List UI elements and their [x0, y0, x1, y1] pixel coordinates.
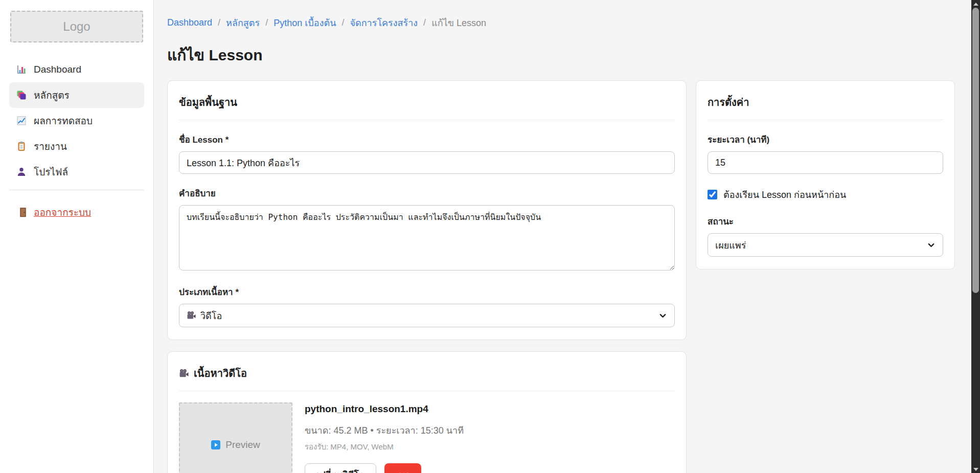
video-file-name: python_intro_lesson1.mp4: [305, 403, 464, 415]
duration-field: ระยะเวลา (นาที): [708, 132, 943, 174]
person-icon: [16, 167, 27, 177]
breadcrumb-current: แก้ไข Lesson: [431, 15, 486, 30]
scrollbar-thumb[interactable]: [972, 8, 979, 293]
door-icon: [18, 207, 28, 217]
page-title: แก้ไข Lesson: [167, 43, 955, 67]
sidebar-item-test-results[interactable]: ผลการทดสอบ: [9, 108, 144, 133]
logout-link[interactable]: ออกจากระบบ: [18, 205, 91, 220]
breadcrumb-separator: /: [341, 17, 344, 28]
video-supported-formats: รองรับ: MP4, MOV, WebM: [305, 441, 464, 453]
settings-card: การตั้งค่า ระยะเวลา (นาที) ต้องเรียน Les…: [696, 80, 955, 269]
prerequisite-label: ต้องเรียน Lesson ก่อนหน้าก่อน: [723, 187, 846, 202]
video-preview[interactable]: Preview: [179, 402, 292, 473]
prerequisite-checkbox[interactable]: [708, 190, 717, 199]
breadcrumb-link-courses[interactable]: หลักสูตร: [226, 15, 260, 30]
sidebar-item-label: Dashboard: [34, 64, 81, 75]
bar-chart-icon: [16, 64, 27, 75]
description-field: คำอธิบาย บทเรียนนี้จะอธิบายว่า Python คื…: [179, 186, 675, 273]
breadcrumb-link-course-python[interactable]: Python เบื้องต้น: [274, 15, 336, 30]
logo-placeholder: Logo: [10, 11, 143, 42]
scrollbar-up-arrow[interactable]: [971, 0, 980, 8]
prerequisite-row: ต้องเรียน Lesson ก่อนหน้าก่อน: [708, 187, 943, 202]
sidebar-item-label: โปรไฟล์: [34, 164, 68, 179]
logo-text: Logo: [63, 19, 90, 34]
page-scrollbar[interactable]: [971, 0, 980, 473]
sidebar-item-courses[interactable]: หลักสูตร: [9, 82, 144, 108]
video-content-card: เนื้อหาวิดีโอ Preview python_intro_lesso…: [167, 351, 687, 473]
status-value: เผยแพร่: [715, 238, 746, 253]
form-grid: ข้อมูลพื้นฐาน ชื่อ Lesson * คำอธิบาย บทเ…: [167, 80, 955, 340]
lesson-name-field: ชื่อ Lesson *: [179, 132, 675, 174]
sidebar-item-label: หลักสูตร: [34, 87, 70, 103]
breadcrumb-link-dashboard[interactable]: Dashboard: [167, 17, 212, 28]
movie-camera-icon: [187, 311, 196, 320]
basic-info-card-title: ข้อมูลพื้นฐาน: [179, 93, 675, 120]
status-field: สถานะ เผยแพร่: [708, 214, 943, 257]
settings-card-title: การตั้งค่า: [708, 93, 943, 120]
content-type-label: ประเภทเนื้อหา *: [179, 285, 675, 299]
sidebar-divider: [9, 190, 144, 190]
status-label: สถานะ: [708, 214, 943, 228]
description-label: คำอธิบาย: [179, 186, 675, 200]
video-preview-label: Preview: [225, 439, 260, 451]
lesson-name-label: ชื่อ Lesson *: [179, 132, 675, 146]
video-card-title: เนื้อหาวิดีโอ: [179, 364, 675, 391]
chevron-down-icon: [658, 311, 667, 320]
app-root: Logo Dashboard หลักสูตร ผลการทดสอบ: [0, 0, 980, 473]
content-type-field: ประเภทเนื้อหา * วิดีโอ: [179, 285, 675, 327]
video-media-row: Preview python_intro_lesson1.mp4 ขนาด: 4…: [179, 402, 675, 473]
duration-label: ระยะเวลา (นาที): [708, 132, 943, 146]
content-type-value: วิดีโอ: [200, 308, 222, 323]
movie-camera-icon: [179, 369, 189, 378]
breadcrumb-separator: /: [218, 17, 220, 28]
scrollbar-down-arrow[interactable]: [971, 465, 980, 473]
change-video-button[interactable]: เปลี่ยนวิดีโอ: [305, 463, 376, 473]
play-icon: [211, 440, 220, 449]
video-card-title-text: เนื้อหาวิดีโอ: [194, 365, 247, 381]
logout-label: ออกจากระบบ: [34, 205, 91, 220]
breadcrumb-separator: /: [265, 17, 268, 28]
delete-video-button[interactable]: ลบ: [384, 463, 421, 473]
sidebar-item-label: ผลการทดสอบ: [34, 113, 93, 128]
lesson-name-input[interactable]: [179, 151, 675, 174]
sidebar-item-profile[interactable]: โปรไฟล์: [9, 159, 144, 185]
clipboard-icon: [16, 141, 27, 151]
breadcrumb-separator: /: [423, 17, 426, 28]
video-file-info: python_intro_lesson1.mp4 ขนาด: 45.2 MB •…: [305, 402, 464, 473]
status-select[interactable]: เผยแพร่: [708, 233, 943, 257]
line-chart-icon: [16, 116, 27, 126]
sidebar: Logo Dashboard หลักสูตร ผลการทดสอบ: [0, 0, 154, 473]
main-content: Dashboard / หลักสูตร / Python เบื้องต้น …: [154, 0, 980, 473]
sidebar-item-reports[interactable]: รายงาน: [9, 133, 144, 159]
description-textarea[interactable]: บทเรียนนี้จะอธิบายว่า Python คืออะไร ประ…: [179, 205, 675, 271]
sidebar-item-dashboard[interactable]: Dashboard: [9, 57, 144, 82]
sidebar-nav: Dashboard หลักสูตร ผลการทดสอบ รายงาน: [0, 57, 153, 185]
breadcrumb-link-manage-structure[interactable]: จัดการโครงสร้าง: [350, 15, 418, 30]
video-buttons: เปลี่ยนวิดีโอ ลบ: [305, 463, 464, 473]
chevron-down-icon: [927, 241, 936, 250]
sidebar-item-label: รายงาน: [34, 139, 67, 154]
books-icon: [16, 90, 27, 100]
video-file-meta: ขนาด: 45.2 MB • ระยะเวลา: 15:30 นาที: [305, 423, 464, 438]
basic-info-card: ข้อมูลพื้นฐาน ชื่อ Lesson * คำอธิบาย บทเ…: [167, 80, 687, 340]
content-type-select[interactable]: วิดีโอ: [179, 304, 675, 327]
duration-input[interactable]: [708, 151, 943, 174]
breadcrumb: Dashboard / หลักสูตร / Python เบื้องต้น …: [167, 15, 955, 30]
